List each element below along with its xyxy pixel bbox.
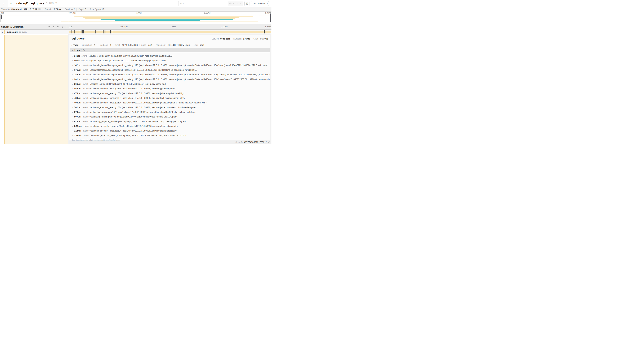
log-row[interactable]: ›34μs:event=‹sql/exec_util.go:2297 [nsql… <box>72 54 270 58</box>
log-row[interactable]: ›678μs:event=‹sql/distsql_physical_plann… <box>72 119 270 124</box>
log-row[interactable]: ›459μs:event=‹sql/conn_executor_exec.go:… <box>72 86 270 91</box>
trace-id: 7418682 <box>45 2 57 5</box>
log-rows: ›34μs:event=‹sql/exec_util.go:2297 [nsql… <box>70 52 270 138</box>
span-id-value: 4877749850101760812 <box>244 141 267 143</box>
log-row[interactable]: ›80μs:event=‹sql/plan_opt.go:358 [nsql1,… <box>72 58 270 63</box>
log-field-key: event <box>82 116 88 118</box>
expand-all-icon[interactable] <box>61 26 64 28</box>
log-field-key: event <box>82 83 88 85</box>
clear-find-icon[interactable] <box>240 3 242 5</box>
divider <box>140 44 140 46</box>
minimap-tick-labels: 0μs697.75μs1.4ms2.09ms2.79ms <box>0 12 272 14</box>
log-row[interactable]: ›366μs:event=‹sql/plan_opt.go:358 [nsql1… <box>72 82 270 86</box>
log-row[interactable]: ›574μs:event=‹sql/distsql_running.go:142… <box>72 110 270 114</box>
next-result-icon[interactable] <box>236 3 238 5</box>
expand-one-icon[interactable] <box>52 26 54 28</box>
span-footer: SpanID: 4877749850101760812 <box>69 141 272 144</box>
minimap-right-drag-handle[interactable] <box>270 14 271 22</box>
equals-sign: = <box>88 69 90 71</box>
log-tick-mark <box>83 30 84 34</box>
log-row[interactable]: ›486μs:event=‹sql/conn_executor_exec.go:… <box>72 96 270 100</box>
span-detail-header: sql query Service: node sql1Duration: 2.… <box>70 35 270 42</box>
collapse-one-icon[interactable] <box>48 26 50 28</box>
log-field-key: event <box>84 125 89 127</box>
span-duration-bar[interactable] <box>69 31 270 33</box>
log-row[interactable]: ›189μs:event=‹sql/catalog/lease/descript… <box>72 72 270 77</box>
log-field-value: ‹sql/conn_executor_exec.go:684 [nsql1,cl… <box>90 92 184 95</box>
tree-controls <box>48 26 64 28</box>
log-row[interactable]: ›495μs:event=‹sql/conn_executor_exec.go:… <box>72 100 270 105</box>
log-field-value: ‹sql/conn_executor_exec.go:684 [nsql1,cl… <box>90 88 175 90</box>
chevron-right-icon: › <box>72 111 73 113</box>
collapse-all-icon[interactable] <box>57 26 59 28</box>
focus-target-icon[interactable] <box>229 3 232 5</box>
log-field-key: event <box>82 74 88 76</box>
log-field-value: ‹sql/distsql_physical_planner.go:828 [ns… <box>90 120 186 123</box>
view-selector-label: Trace Timeline <box>251 2 266 5</box>
log-field-value: ‹sql/conn_executor_exec.go:684 [nsql1,cl… <box>91 125 178 127</box>
span-name-cell[interactable]: ∨ node sql1 sql query <box>0 30 68 34</box>
log-row[interactable]: ›2.7ms:event=‹sql/conn_executor_exec.go:… <box>72 128 270 133</box>
find-input[interactable] <box>178 2 228 6</box>
log-tick-mark <box>104 30 105 34</box>
chevron-down-icon[interactable]: ∨ <box>2 31 3 33</box>
log-field-value: ‹sql/conn_executor_exec.go:684 [nsql1,cl… <box>90 106 196 109</box>
column-resize-grip[interactable]: || <box>66 26 67 28</box>
log-row[interactable]: ›142μs:event=‹sql/catalog/lease/descript… <box>72 63 270 68</box>
equals-sign: = <box>88 78 90 80</box>
log-tick-mark <box>110 30 110 34</box>
stat-item: Duration 2.79ms <box>45 8 61 11</box>
equals-sign: = <box>88 130 90 132</box>
equals-sign: = <box>198 44 200 46</box>
log-row[interactable]: ›2.79ms:event=‹sql/conn_executor_exec.go… <box>72 133 270 138</box>
back-button[interactable]: ← <box>0 0 8 7</box>
logs-accordion-header[interactable]: ∨ Logs (18) <box>70 48 270 52</box>
span-row[interactable]: ∨ node sql1 sql query <box>0 30 272 34</box>
log-row[interactable]: ›476μs:event=‹sql/conn_executor_exec.go:… <box>72 91 270 96</box>
minimap-span-bar <box>74 17 253 17</box>
span-detail-card: sql query Service: node sql1Duration: 2.… <box>69 35 270 141</box>
view-selector-button[interactable]: Trace Timeline ∨ <box>251 1 269 6</box>
equals-sign: = <box>88 83 90 85</box>
log-time: 459μs: <box>74 88 81 90</box>
log-field-value: ‹sql/catalog/lease/descriptor_version_st… <box>90 64 269 67</box>
tags-accordion[interactable]: › Tags: _unfinished=1_verbose=1client=12… <box>70 42 270 48</box>
meta-label: Start Time: <box>254 38 264 40</box>
chevron-right-icon: › <box>72 60 73 62</box>
log-field-value: ‹sql/exec_util.go:2297 [nsql1,client=127… <box>89 55 174 57</box>
span-operation-name: sql query <box>19 31 27 33</box>
minimap-span-bar <box>114 20 200 21</box>
log-tick-mark <box>95 30 96 34</box>
equals-sign: = <box>166 44 168 46</box>
keyboard-shortcuts-button[interactable]: ⌘ <box>244 1 250 6</box>
log-field-value: ‹sql/catalog/lease/descriptor_version_st… <box>90 78 270 81</box>
service-operation-title: Service & Operation <box>1 26 48 28</box>
tag-value: 1 <box>110 44 111 46</box>
chevron-right-icon: › <box>72 120 73 123</box>
tag-key: _verbose <box>99 44 108 46</box>
span-bar-cell[interactable] <box>68 30 272 34</box>
log-field-value: ‹sql/plan_opt.go:358 [nsql1,client=127.0… <box>89 60 166 62</box>
minimap-span-bar <box>52 16 259 16</box>
find-controls <box>228 2 243 6</box>
log-row[interactable]: ›176μs:event=‹sql/catalog/descs/descript… <box>72 68 270 72</box>
prev-result-icon[interactable] <box>232 3 235 5</box>
deep-link-icon[interactable] <box>268 141 270 143</box>
log-row[interactable]: ›2.69ms:event=‹sql/conn_executor_exec.go… <box>72 124 270 128</box>
equals-sign: = <box>88 74 90 76</box>
minimap-span-bar <box>268 22 270 22</box>
trace-collapse-caret-icon[interactable]: ∨ <box>10 2 12 5</box>
log-row[interactable]: ›502μs:event=‹sql/conn_executor_exec.go:… <box>72 105 270 110</box>
timeline-minimap[interactable] <box>0 14 271 22</box>
log-tick-mark <box>82 30 83 34</box>
equals-sign: = <box>88 97 90 99</box>
meta-item: Duration: 2.79ms <box>233 38 250 40</box>
log-row[interactable]: ›201μs:event=‹sql/catalog/lease/descript… <box>72 77 270 82</box>
span-service-name: node sql1 <box>7 31 18 33</box>
tick-label: 2.79ms <box>265 12 272 14</box>
tag-key: user <box>194 44 198 46</box>
log-tick-mark <box>264 30 264 34</box>
divider <box>76 8 77 11</box>
tag-value: sql1 <box>148 44 152 46</box>
log-row[interactable]: ›597μs:event=‹sql/distsql_running.go:498… <box>72 114 270 119</box>
